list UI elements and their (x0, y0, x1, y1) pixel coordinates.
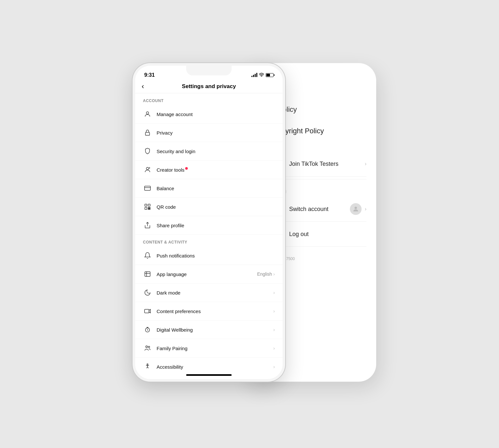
security-login-label: Security and login (157, 149, 275, 154)
svg-rect-12 (149, 209, 150, 210)
lock-icon (143, 128, 152, 137)
creator-icon (143, 165, 152, 174)
content-preferences-right: › (273, 309, 275, 314)
status-time: 9:31 (144, 72, 155, 78)
manage-account-label: Manage account (157, 112, 275, 117)
qr-code-item[interactable]: QR code (135, 198, 283, 216)
bell-icon (143, 251, 152, 260)
dark-mode-label: Dark mode (157, 290, 273, 296)
switch-account-label: Switch account (289, 206, 350, 213)
app-language-label: App language (157, 271, 257, 277)
qr-code-label: QR code (157, 204, 275, 210)
join-testers-chevron: › (365, 161, 366, 167)
content-preferences-chevron: › (273, 309, 275, 314)
app-language-right: English › (257, 271, 275, 277)
battery-icon (266, 73, 274, 77)
svg-rect-6 (145, 204, 147, 206)
svg-point-4 (146, 167, 148, 170)
security-login-item[interactable]: Security and login (135, 142, 283, 161)
log-out-item[interactable]: Log out (272, 222, 366, 247)
login-section-label: LOGIN (272, 189, 366, 194)
signal-icon (251, 73, 257, 77)
creator-tools-label: Creator tools (157, 167, 275, 173)
app-language-value: English (257, 271, 272, 277)
version-text: v375/487500 (272, 257, 366, 261)
status-icons (251, 73, 274, 78)
svg-rect-5 (145, 186, 150, 191)
svg-point-1 (261, 76, 262, 77)
push-notifications-item[interactable]: Push notifications (135, 246, 283, 265)
switch-account-item[interactable]: Switch account › (272, 197, 366, 222)
accessibility-chevron: › (273, 364, 275, 369)
svg-point-19 (146, 346, 148, 348)
join-testers-label: Join TikTok Testers (289, 161, 365, 167)
wifi-icon (259, 73, 264, 78)
dark-mode-chevron: › (273, 290, 275, 295)
svg-rect-7 (148, 204, 150, 206)
share-profile-label: Share profile (157, 223, 275, 228)
content-preferences-label: Content preferences (157, 309, 273, 314)
svg-point-20 (148, 346, 150, 348)
back-button[interactable]: ‹ (142, 82, 144, 91)
accessibility-item[interactable]: Accessibility › (135, 358, 283, 375)
svg-rect-9 (148, 207, 149, 208)
shield-icon (143, 147, 152, 156)
page-title: Settings and privacy (182, 83, 236, 90)
privacy-item[interactable]: Privacy (135, 124, 283, 142)
page-header: ‹ Settings and privacy (135, 80, 283, 93)
digital-wellbeing-right: › (273, 327, 275, 332)
balance-icon (143, 184, 152, 193)
home-indicator (186, 374, 232, 376)
creator-badge (185, 167, 188, 170)
moon-icon (143, 288, 152, 297)
svg-rect-17 (145, 310, 149, 313)
app-language-chevron: › (273, 271, 275, 277)
dark-mode-item[interactable]: Dark mode › (135, 283, 283, 302)
family-pairing-chevron: › (273, 346, 275, 351)
svg-rect-8 (145, 207, 147, 209)
phone-frame: 9:31 (133, 63, 285, 382)
svg-point-0 (354, 207, 357, 209)
privacy-label: Privacy (157, 130, 275, 136)
svg-point-21 (147, 364, 148, 365)
family-pairing-item[interactable]: Family Pairing › (135, 339, 283, 358)
share-icon (143, 221, 152, 230)
balance-label: Balance (157, 186, 275, 191)
video-icon (143, 307, 152, 316)
creator-tools-item[interactable]: Creator tools (135, 161, 283, 179)
digital-wellbeing-label: Digital Wellbeing (157, 327, 273, 333)
account-avatar (350, 203, 362, 215)
svg-rect-10 (149, 207, 150, 208)
family-icon (143, 344, 152, 353)
policy-partial-title: y Policy (272, 105, 366, 114)
svg-point-2 (146, 112, 148, 114)
user-icon (143, 110, 152, 119)
family-pairing-right: › (273, 346, 275, 351)
svg-rect-11 (148, 209, 149, 210)
push-notifications-label: Push notifications (157, 253, 275, 258)
accessibility-label: Accessibility (157, 364, 273, 370)
accessibility-right: › (273, 364, 275, 369)
family-pairing-label: Family Pairing (157, 346, 273, 351)
settings-list: ACCOUNT Manage account Privacy (135, 93, 283, 375)
content-preferences-item[interactable]: Content preferences › (135, 302, 283, 321)
app-language-item[interactable]: App language English › (135, 265, 283, 283)
digital-wellbeing-chevron: › (273, 327, 275, 332)
digital-wellbeing-item[interactable]: Digital Wellbeing › (135, 321, 283, 339)
svg-rect-3 (146, 132, 150, 135)
timer-icon (143, 325, 152, 334)
content-section-label: CONTENT & ACTIVITY (135, 235, 283, 246)
qr-icon (143, 202, 152, 211)
copyright-policy-title: Copyright Policy (272, 127, 366, 135)
share-profile-item[interactable]: Share profile (135, 216, 283, 235)
balance-item[interactable]: Balance (135, 179, 283, 198)
notch (186, 66, 232, 75)
account-section-label: ACCOUNT (135, 93, 283, 105)
join-testers-item[interactable]: Join TikTok Testers › (272, 152, 366, 177)
svg-rect-14 (145, 272, 150, 277)
log-out-label: Log out (289, 231, 366, 238)
accessibility-icon (143, 362, 152, 371)
manage-account-item[interactable]: Manage account (135, 105, 283, 124)
language-icon (143, 270, 152, 279)
switch-account-chevron: › (365, 206, 366, 212)
